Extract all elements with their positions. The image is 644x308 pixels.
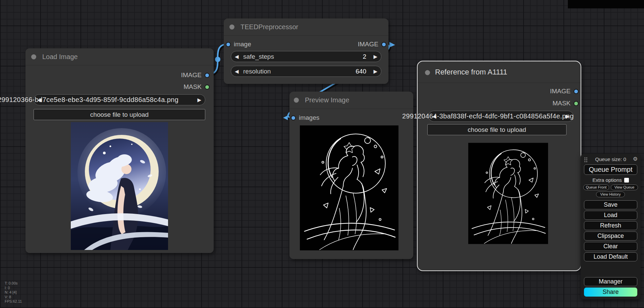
safe-steps-widget[interactable]: ◀ safe_steps 2 ▶ (231, 51, 381, 62)
collapse-dot[interactable] (294, 98, 299, 103)
input-slot-images[interactable]: images (291, 113, 319, 122)
queue-prompt-button[interactable]: Queue Prompt (584, 164, 637, 175)
output-slot-image[interactable]: IMAGE (181, 70, 210, 80)
node-title: Load Image (42, 48, 78, 65)
queue-front-button[interactable]: Queue Front (583, 185, 609, 190)
output-slot-mask[interactable]: MASK (183, 82, 210, 92)
stat-fps: FPS:62.11 (5, 299, 22, 304)
filename-text: 299120464-3baf838f-ecfd-4dfc-9bf1-c08485… (402, 111, 574, 121)
refresh-button[interactable]: Refresh (584, 221, 637, 230)
clear-button[interactable]: Clear (584, 242, 637, 251)
images-input-dot[interactable] (291, 115, 296, 120)
increment-arrow-icon[interactable]: ▶ (373, 51, 377, 62)
collapse-dot[interactable] (229, 24, 234, 30)
output-slot-image[interactable]: IMAGE (358, 40, 386, 49)
node-preview-image[interactable]: Preview Image images (289, 92, 413, 259)
output-slot-image[interactable]: IMAGE (550, 87, 579, 96)
node-header[interactable]: TEEDPreprocessor (224, 18, 388, 36)
stat-version: V: 8 (5, 295, 22, 300)
clipspace-button[interactable]: Clipspace (584, 232, 637, 241)
mask-output-dot[interactable] (205, 85, 210, 90)
image-filename-widget[interactable]: 299120464-3baf838f-ecfd-4dfc-9bf1-c08485… (428, 111, 574, 122)
stat-time: T: 0.00s (5, 281, 22, 286)
comfy-menu-panel: Queue size: 0 ⚙ Queue Prompt Extra optio… (581, 154, 641, 299)
output-label: MASK (552, 100, 571, 107)
choose-file-button[interactable]: choose file to upload (427, 124, 567, 135)
view-history-button[interactable]: View History (596, 192, 625, 197)
output-label: MASK (183, 83, 202, 91)
choose-file-button[interactable]: choose file to upload (34, 109, 205, 120)
decrement-arrow-icon[interactable]: ◀ (235, 66, 239, 76)
canvas-stats: T: 0.00s I: 0 N: 4 [4] V: 8 FPS:62.11 (5, 281, 22, 304)
load-button[interactable]: Load (584, 211, 637, 220)
extra-options-label: Extra options (592, 177, 622, 183)
node-header[interactable]: Preview Image (289, 92, 413, 109)
link-arrow-out (389, 42, 395, 47)
share-button[interactable]: Share (584, 288, 637, 297)
image-output-dot[interactable] (381, 42, 386, 47)
manager-button[interactable]: Manager (584, 277, 637, 286)
node-load-image[interactable]: Load Image IMAGE MASK 299120366-bd7ce5e8… (25, 48, 214, 253)
settings-gear-icon[interactable]: ⚙ (633, 156, 638, 162)
next-value-arrow-icon[interactable]: ▶ (197, 95, 201, 105)
input-label: images (299, 114, 319, 121)
output-label: IMAGE (181, 71, 202, 79)
widget-value: 2 (363, 51, 366, 62)
extra-options-row: Extra options (581, 177, 641, 183)
widget-value: 640 (356, 66, 366, 76)
node-reference-a1111[interactable]: Reference from A1111 IMAGE MASK 29912046… (417, 61, 581, 271)
mask-output-dot[interactable] (574, 101, 579, 106)
image-input-dot[interactable] (226, 42, 231, 47)
input-slot-image[interactable]: image (226, 40, 251, 49)
resolution-widget[interactable]: ◀ resolution 640 ▶ (231, 66, 381, 77)
prev-value-arrow-icon[interactable]: ◀ (432, 111, 436, 121)
image-output-dot[interactable] (574, 89, 579, 94)
node-title: Reference from A1111 (435, 61, 507, 83)
extra-options-checkbox[interactable] (624, 178, 629, 183)
black-overlay-box (568, 0, 644, 8)
link-midpoint-dot[interactable] (215, 57, 220, 62)
decrement-arrow-icon[interactable]: ◀ (235, 51, 239, 62)
reference-lineart-image (468, 137, 548, 250)
output-label: IMAGE (358, 41, 378, 48)
load-default-button[interactable]: Load Default (584, 252, 637, 261)
prev-value-arrow-icon[interactable]: ◀ (38, 95, 42, 105)
collapse-dot[interactable] (425, 70, 430, 75)
image-output-dot[interactable] (205, 73, 210, 78)
link-arrow-in (283, 115, 288, 120)
image-filename-widget[interactable]: 299120366-bd7ce5e8-ebe3-4d95-859f-9cdd86… (34, 94, 205, 105)
node-header[interactable]: Reference from A1111 (418, 61, 581, 83)
loaded-image-preview (71, 122, 168, 250)
node-title: TEEDPreprocessor (240, 18, 298, 35)
queue-size-label: Queue size: 0 (581, 156, 641, 162)
stat-iterations: I: 0 (5, 286, 22, 291)
stat-node-count: N: 4 [4] (5, 290, 22, 295)
filename-text: 299120366-bd7ce5e8-ebe3-4d95-859f-9cdd86… (0, 95, 178, 105)
collapse-dot[interactable] (31, 54, 36, 59)
next-value-arrow-icon[interactable]: ▶ (566, 111, 570, 121)
output-slot-mask[interactable]: MASK (552, 99, 579, 108)
output-label: IMAGE (550, 88, 571, 95)
increment-arrow-icon[interactable]: ▶ (373, 66, 377, 76)
widget-name: resolution (243, 66, 271, 76)
node-teed-preprocessor[interactable]: TEEDPreprocessor image IMAGE ◀ safe_step… (224, 18, 388, 84)
widget-name: safe_steps (243, 51, 274, 62)
preview-lineart-image (300, 125, 398, 251)
view-queue-button[interactable]: View Queue (611, 185, 638, 190)
input-label: image (234, 41, 251, 48)
node-header[interactable]: Load Image (25, 48, 214, 65)
save-button[interactable]: Save (584, 200, 637, 209)
node-title: Preview Image (305, 92, 349, 109)
